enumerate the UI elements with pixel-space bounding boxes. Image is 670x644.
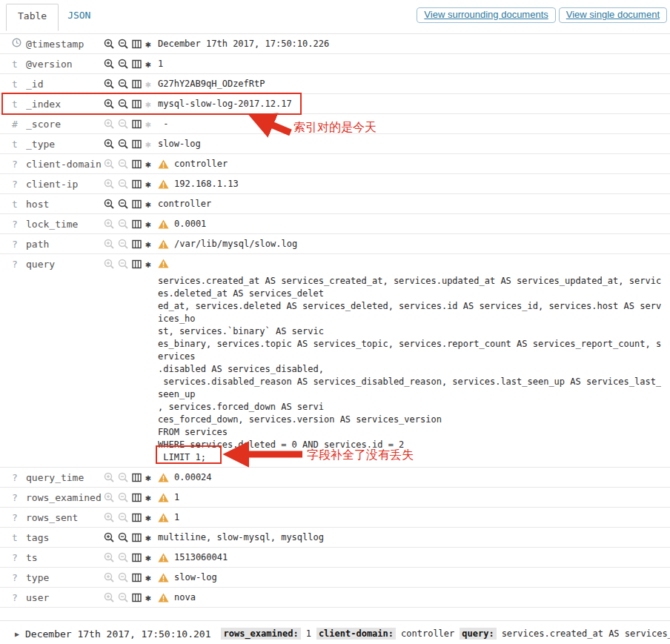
toggle-column-icon[interactable] — [132, 219, 142, 229]
filter-for-value-icon[interactable] — [104, 99, 114, 109]
filter-for-field-present-icon[interactable]: ✱ — [145, 139, 151, 149]
filter-for-field-present-icon[interactable]: ✱ — [145, 493, 151, 502]
filter-out-value-icon[interactable] — [118, 512, 128, 522]
field-row-client-domain: ?client-domain✱controller — [0, 154, 670, 174]
tab-table[interactable]: Table — [6, 4, 59, 31]
filter-for-value-icon[interactable] — [104, 492, 114, 502]
limit-line: LIMIT 1; — [158, 451, 661, 464]
filter-for-field-present-icon[interactable]: ✱ — [145, 59, 151, 69]
filter-out-value-icon[interactable] — [118, 179, 128, 189]
filter-for-field-present-icon[interactable]: ✱ — [145, 99, 151, 109]
filter-out-value-icon[interactable] — [118, 59, 128, 69]
toggle-column-icon[interactable] — [132, 139, 142, 149]
filter-out-value-icon[interactable] — [118, 139, 128, 149]
filter-for-value-icon[interactable] — [104, 159, 114, 169]
filter-for-field-present-icon[interactable]: ✱ — [145, 79, 151, 89]
filter-for-value-icon[interactable] — [104, 79, 114, 89]
query-line: , services.forced_down AS servi — [158, 401, 661, 414]
filter-out-value-icon[interactable] — [118, 592, 128, 602]
toggle-column-icon[interactable] — [132, 59, 142, 69]
filter-out-value-icon[interactable] — [118, 199, 128, 209]
toggle-column-icon[interactable] — [132, 493, 142, 502]
filter-for-field-present-icon[interactable]: ✱ — [145, 119, 151, 129]
filter-out-value-icon[interactable] — [118, 259, 128, 269]
field-row-ts: ?ts✱1513060041 — [0, 548, 670, 568]
view-surrounding-documents-button[interactable]: View surrounding documents — [417, 7, 555, 23]
filter-for-field-present-icon[interactable]: ✱ — [145, 593, 151, 602]
filter-for-value-icon[interactable] — [104, 532, 114, 542]
warning-icon — [158, 473, 169, 482]
query-text: services.created_at AS services_created_… — [158, 275, 661, 464]
filter-for-value-icon[interactable] — [104, 179, 114, 189]
expand-toggle-icon[interactable]: ▶ — [15, 630, 19, 638]
filter-for-value-icon[interactable] — [104, 39, 114, 49]
filter-for-field-present-icon[interactable]: ✱ — [145, 513, 151, 522]
view-single-document-button[interactable]: View single document — [559, 7, 667, 23]
filter-for-field-present-icon[interactable]: ✱ — [145, 239, 151, 249]
filter-for-value-icon[interactable] — [104, 552, 114, 562]
filter-for-value-icon[interactable] — [104, 512, 114, 522]
field-row-@timestamp: @timestamp✱December 17th 2017, 17:50:10.… — [0, 34, 670, 54]
tab-json[interactable]: JSON — [59, 4, 99, 27]
filter-for-value-icon[interactable] — [104, 572, 114, 582]
field-name: rows_examined — [26, 492, 104, 503]
filter-for-field-present-icon[interactable]: ✱ — [145, 573, 151, 582]
toggle-column-icon[interactable] — [132, 553, 142, 562]
filter-for-field-present-icon[interactable]: ✱ — [145, 39, 151, 49]
filter-out-value-icon[interactable] — [118, 219, 128, 229]
field-row-query_time: ?query_time✱0.00024 — [0, 468, 670, 488]
filter-out-value-icon[interactable] — [118, 239, 128, 249]
filter-out-value-icon[interactable] — [118, 532, 128, 542]
filter-for-field-present-icon[interactable]: ✱ — [145, 199, 151, 209]
toggle-column-icon[interactable] — [132, 179, 142, 189]
toggle-column-icon[interactable] — [132, 199, 142, 209]
filter-for-value-icon[interactable] — [104, 592, 114, 602]
filter-for-field-present-icon[interactable]: ✱ — [145, 553, 151, 562]
field-value-text: /var/lib/mysql/slow.log — [174, 239, 297, 249]
filter-for-value-icon[interactable] — [104, 259, 114, 269]
filter-out-value-icon[interactable] — [118, 79, 128, 89]
doc-field-table: @timestamp✱December 17th 2017, 17:50:10.… — [0, 34, 670, 608]
toggle-column-icon[interactable] — [132, 119, 142, 129]
toggle-column-icon[interactable] — [132, 79, 142, 89]
toggle-column-icon[interactable] — [132, 573, 142, 582]
filter-out-value-icon[interactable] — [118, 99, 128, 109]
toggle-column-icon[interactable] — [132, 239, 142, 249]
filter-for-value-icon[interactable] — [104, 59, 114, 69]
field-name: _index — [26, 99, 104, 110]
filter-out-value-icon[interactable] — [118, 492, 128, 502]
filter-for-field-present-icon[interactable]: ✱ — [145, 533, 151, 542]
filter-for-value-icon[interactable] — [104, 199, 114, 209]
field-value-text: 1 — [174, 512, 179, 522]
field-row-path: ?path✱/var/lib/mysql/slow.log — [0, 234, 670, 254]
filter-for-value-icon[interactable] — [104, 219, 114, 229]
filter-for-field-present-icon[interactable]: ✱ — [145, 159, 151, 169]
filter-for-field-present-icon[interactable]: ✱ — [145, 473, 151, 482]
toggle-column-icon[interactable] — [132, 39, 142, 49]
filter-for-value-icon[interactable] — [104, 239, 114, 249]
field-type-icon: ? — [12, 512, 26, 523]
toggle-column-icon[interactable] — [132, 593, 142, 602]
filter-for-field-present-icon[interactable]: ✱ — [145, 179, 151, 189]
document-detail-panel: Table JSON View surrounding documents Vi… — [0, 0, 670, 644]
toggle-column-icon[interactable] — [132, 513, 142, 522]
filter-out-value-icon[interactable] — [118, 159, 128, 169]
toggle-column-icon[interactable] — [132, 473, 142, 482]
filter-for-value-icon[interactable] — [104, 472, 114, 482]
filter-out-value-icon[interactable] — [118, 552, 128, 562]
toggle-column-icon[interactable] — [132, 99, 142, 109]
filter-out-value-icon[interactable] — [118, 119, 128, 129]
filter-for-field-present-icon[interactable]: ✱ — [145, 219, 151, 229]
filter-for-field-present-icon[interactable]: ✱ — [145, 259, 151, 269]
filter-out-value-icon[interactable] — [118, 39, 128, 49]
field-value-text: - — [158, 119, 174, 129]
toggle-column-icon[interactable] — [132, 259, 142, 269]
toggle-column-icon[interactable] — [132, 159, 142, 169]
footer-doc-row[interactable]: ▶ December 17th 2017, 17:50:10.201 rows_… — [0, 620, 670, 640]
filter-out-value-icon[interactable] — [118, 472, 128, 482]
filter-for-value-icon[interactable] — [104, 119, 114, 129]
field-actions: ✱ — [104, 99, 158, 109]
toggle-column-icon[interactable] — [132, 533, 142, 542]
filter-for-value-icon[interactable] — [104, 139, 114, 149]
filter-out-value-icon[interactable] — [118, 572, 128, 582]
